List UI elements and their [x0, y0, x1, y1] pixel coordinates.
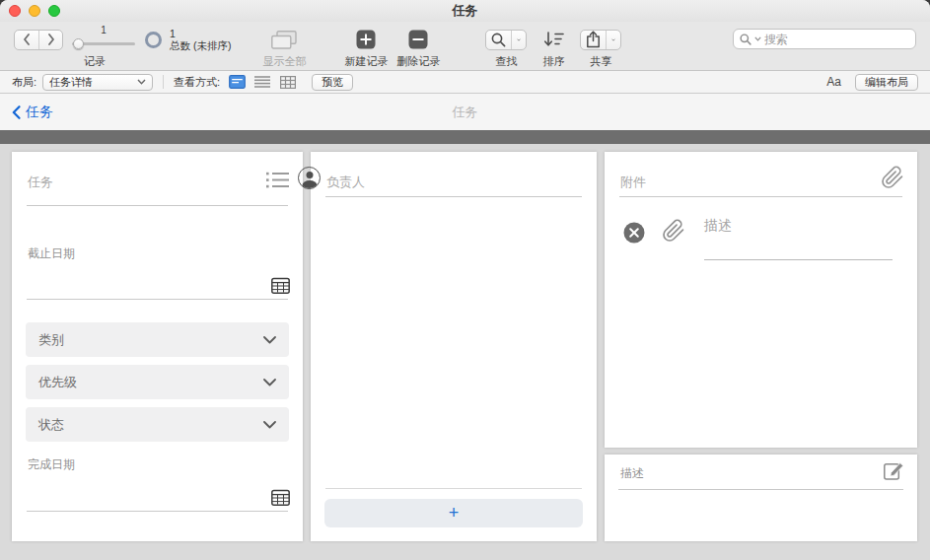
chevron-left-icon — [23, 34, 31, 45]
category-dropdown[interactable]: 类别 — [26, 322, 289, 357]
share-icon — [586, 31, 601, 48]
toolbar-search-field[interactable] — [733, 29, 916, 49]
task-field-underline[interactable] — [27, 205, 288, 206]
status-dropdown-label: 状态 — [38, 416, 64, 434]
assignee-panel: 负责人 + — [311, 152, 597, 541]
completion-date-label: 完成日期 — [28, 456, 75, 473]
paperclip-icon[interactable] — [881, 166, 904, 193]
search-icon — [740, 34, 751, 45]
record-slider-track[interactable] — [72, 42, 135, 45]
app-window: 任务 1 — [0, 0, 930, 560]
assignee-list-bottom-line — [325, 488, 582, 489]
calendar-icon[interactable] — [271, 489, 290, 510]
new-record-button[interactable]: 新建记录 — [344, 28, 388, 69]
stacked-records-icon — [271, 31, 297, 49]
person-icon[interactable] — [298, 167, 321, 189]
related-list-icon[interactable] — [266, 172, 289, 192]
record-count-block: 1 总数 (未排序) — [170, 28, 231, 51]
back-button[interactable]: 任务 — [12, 104, 53, 121]
current-record-number: 1 — [72, 25, 135, 35]
attachment-description-field[interactable] — [704, 259, 893, 260]
sort-caption: 排序 — [542, 54, 564, 69]
find-group: 查找 — [485, 28, 527, 69]
show-all-button[interactable]: 显示全部 — [262, 28, 306, 69]
layout-label: 布局: — [12, 75, 36, 90]
zoom-window-button[interactable] — [48, 5, 60, 17]
assignee-header-underline — [325, 196, 582, 197]
list-view-button[interactable] — [252, 74, 272, 91]
category-dropdown-label: 类别 — [38, 331, 64, 349]
traffic-lights — [9, 5, 60, 17]
view-as-label: 查看方式: — [174, 75, 220, 90]
chevron-down-icon — [263, 379, 276, 386]
remove-attachment-button[interactable] — [623, 222, 645, 247]
calendar-icon[interactable] — [271, 277, 290, 298]
task-field-label: 任务 — [28, 174, 53, 191]
close-window-button[interactable] — [9, 5, 21, 17]
record-slider-thumb[interactable] — [73, 38, 84, 49]
record-header-title: 任务 — [0, 104, 930, 121]
description-label: 描述 — [620, 465, 644, 482]
delete-record-button[interactable]: 删除记录 — [396, 28, 440, 69]
sort-button[interactable]: 排序 — [542, 28, 564, 69]
show-all-caption: 显示全部 — [262, 54, 306, 69]
back-button-label: 任务 — [26, 104, 53, 121]
text-format-button[interactable]: Aa — [823, 75, 845, 89]
chevron-down-icon — [263, 421, 276, 429]
priority-dropdown[interactable]: 优先级 — [26, 365, 289, 399]
attachments-panel: 附件 描述 — [605, 152, 917, 448]
total-record-label: 总数 (未排序) — [170, 39, 231, 51]
edit-icon[interactable] — [884, 461, 904, 484]
description-field-underline[interactable] — [618, 489, 903, 490]
attachments-header-underline — [619, 196, 902, 197]
titlebar: 任务 — [0, 0, 930, 22]
edit-layout-label: 编辑布局 — [865, 75, 908, 90]
add-assignee-button[interactable]: + — [324, 499, 583, 527]
edit-layout-button[interactable]: 编辑布局 — [855, 74, 918, 91]
new-record-caption: 新建记录 — [344, 54, 388, 69]
layout-popup[interactable]: 任务详情 — [42, 74, 153, 91]
found-set-pie-icon[interactable] — [145, 32, 162, 48]
completion-date-field-underline[interactable] — [27, 511, 288, 512]
share-group: 共享 — [580, 28, 621, 69]
chevron-right-icon — [47, 34, 55, 45]
preview-button[interactable]: 预览 — [312, 74, 353, 91]
table-view-button[interactable] — [278, 74, 298, 91]
form-view-button[interactable] — [227, 74, 247, 91]
attachment-paperclip-button[interactable] — [662, 219, 685, 246]
attachment-description-placeholder: 描述 — [704, 217, 732, 235]
search-input[interactable] — [764, 33, 909, 46]
minimize-window-button[interactable] — [29, 5, 40, 17]
delete-record-caption: 删除记录 — [396, 54, 440, 69]
record-nav-group: 1 1 总数 (未排序) 记录 — [14, 28, 231, 69]
x-circle-icon — [623, 222, 645, 244]
chevron-down-icon — [263, 336, 276, 344]
sort-icon — [543, 32, 564, 47]
dark-divider-bar — [0, 130, 930, 144]
share-button[interactable] — [580, 30, 621, 50]
plus-label: + — [449, 503, 460, 524]
find-dropdown-button[interactable] — [511, 31, 526, 49]
preview-label: 预览 — [322, 75, 343, 90]
record-header: 任务 任务 — [0, 94, 930, 130]
due-date-label: 截止日期 — [28, 245, 75, 262]
view-mode-buttons — [227, 74, 298, 91]
status-dropdown[interactable]: 状态 — [26, 407, 289, 442]
find-button[interactable] — [485, 30, 527, 50]
record-nav-segment — [14, 30, 63, 50]
assignee-label: 负责人 — [326, 174, 365, 191]
total-record-count: 1 — [170, 28, 231, 39]
next-record-button[interactable] — [38, 31, 62, 49]
chevron-left-icon — [12, 105, 21, 119]
share-caption: 共享 — [590, 54, 611, 69]
window-title: 任务 — [453, 2, 478, 20]
minus-square-icon — [408, 30, 428, 49]
share-dropdown-button[interactable] — [606, 31, 620, 49]
layout-popup-value: 任务详情 — [49, 75, 137, 90]
search-icon — [491, 33, 506, 47]
record-slider[interactable]: 1 — [72, 28, 135, 51]
records-caption: 记录 — [14, 54, 106, 69]
previous-record-button[interactable] — [15, 31, 38, 49]
priority-dropdown-label: 优先级 — [38, 374, 77, 391]
due-date-field-underline[interactable] — [27, 299, 288, 300]
